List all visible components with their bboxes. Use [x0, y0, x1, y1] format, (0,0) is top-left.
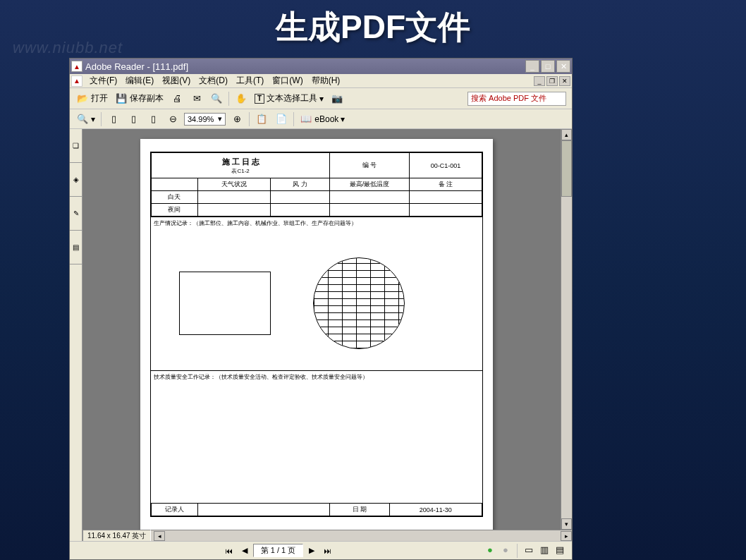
vertical-scrollbar[interactable]: ▴ ▾ — [561, 129, 572, 530]
minimize-button[interactable]: _ — [525, 60, 539, 73]
continuous-page-button[interactable]: ▥ — [538, 544, 551, 556]
titlebar: ▲ Adobe Reader - [111.pdf] _ □ ✕ — [70, 59, 572, 74]
page-indicator[interactable]: 第 1 / 1 页 — [253, 544, 304, 557]
menu-tools[interactable]: 工具(T) — [232, 73, 268, 88]
single-page-button[interactable]: ▭ — [522, 544, 535, 556]
forward-view-button[interactable]: ● — [499, 544, 512, 556]
section2-body — [151, 383, 482, 503]
scroll-down-button[interactable]: ▾ — [561, 518, 572, 530]
pdf-page: 施 工 日 志 表C1-2 编 号 00-C1-001 天气状况 风 力 最高/… — [140, 139, 493, 541]
hand-icon: ✋ — [235, 92, 247, 105]
bookmarks-tab[interactable]: ❏ — [70, 129, 82, 163]
menu-help[interactable]: 帮助(H) — [307, 73, 345, 88]
text-select-label: 文本选择工具 — [267, 92, 317, 104]
paste-button[interactable]: 📄 — [271, 111, 291, 128]
page-icon: ▯ — [107, 113, 120, 126]
email-button[interactable]: ✉ — [187, 90, 207, 107]
fit-page-button[interactable]: ▯ — [104, 111, 123, 128]
zoom-level-input[interactable]: 34.99% ▾ — [184, 113, 226, 126]
dropdown-icon: ▾ — [319, 94, 324, 104]
zoom-out-button[interactable]: ⊖ — [163, 111, 183, 128]
scroll-up-button[interactable]: ▴ — [561, 129, 572, 140]
pages-tab[interactable]: ▤ — [70, 231, 82, 264]
col-note: 备 注 — [409, 178, 482, 191]
open-button[interactable]: 📂 打开 — [73, 90, 111, 107]
mail-icon: ✉ — [190, 92, 203, 105]
prev-page-button[interactable]: ◀ — [238, 544, 252, 557]
search-input[interactable]: 搜索 Adobe PDF 文件 — [467, 92, 566, 106]
save-icon: 💾 — [115, 92, 128, 105]
navigation-pane: ❏ ◈ ✎ ▤ — [70, 129, 82, 541]
main-toolbar: 📂 打开 💾 保存副本 🖨 ✉ 🔍 ✋ T 文本选择工具 ▾ 📷 搜索 Adob… — [70, 88, 572, 109]
menu-edit[interactable]: 编辑(E) — [121, 73, 158, 88]
copy-button[interactable]: 📋 — [252, 111, 271, 128]
doc-table-number: 表C1-2 — [154, 167, 326, 175]
zoom-in-button[interactable]: ⊕ — [227, 111, 247, 128]
recorder-label: 记录人 — [152, 504, 198, 516]
date-label: 日 期 — [330, 504, 389, 516]
camera-icon: 📷 — [331, 92, 343, 105]
save-copy-button[interactable]: 💾 保存副本 — [111, 90, 167, 107]
ebook-label: eBook — [314, 114, 338, 124]
col-wind: 风 力 — [270, 178, 329, 191]
menu-file[interactable]: 文件(F) — [85, 73, 121, 88]
menu-view[interactable]: 视图(V) — [158, 73, 195, 88]
toolbar-separator — [101, 112, 102, 126]
zoom-tool-button[interactable]: 🔍▾ — [73, 111, 99, 128]
signatures-tab[interactable]: ✎ — [70, 197, 82, 231]
page-width-icon: ▯ — [127, 113, 140, 126]
maximize-button[interactable]: □ — [541, 60, 555, 73]
menu-window[interactable]: 窗口(W) — [268, 73, 307, 88]
horizontal-scrollbar[interactable]: 11.64 x 16.47 英寸 ◂ ▸ — [82, 530, 572, 541]
window-title: Adobe Reader - [111.pdf] — [85, 61, 525, 72]
fit-width-button[interactable]: ▯ — [123, 111, 143, 128]
toolbar-separator — [517, 544, 518, 558]
toolbar-separator — [228, 92, 229, 106]
paste-icon: 📄 — [275, 113, 288, 126]
last-page-button[interactable]: ⏭ — [320, 544, 334, 557]
actual-size-button[interactable]: ▯ — [143, 111, 163, 128]
ebook-button[interactable]: 📖 eBook ▾ — [296, 111, 348, 128]
back-view-button[interactable]: ● — [484, 544, 496, 556]
dropdown-icon: ▾ — [91, 114, 95, 124]
app-icon: ▲ — [71, 61, 82, 72]
minus-icon: ⊖ — [166, 113, 179, 126]
next-page-button[interactable]: ▶ — [305, 544, 319, 557]
dropdown-icon: ▾ — [341, 114, 345, 124]
rectangle-shape — [179, 272, 271, 335]
layers-tab[interactable]: ◈ — [70, 163, 82, 197]
mdi-restore-button[interactable]: ❐ — [546, 76, 558, 86]
menu-document[interactable]: 文档(D) — [195, 73, 232, 88]
page-actual-icon: ▯ — [147, 113, 159, 126]
close-button[interactable]: ✕ — [556, 60, 570, 73]
print-icon: 🖨 — [171, 92, 183, 105]
facing-pages-button[interactable]: ▤ — [554, 544, 566, 556]
statusbar: ⏮ ◀ 第 1 / 1 页 ▶ ⏭ ● ● ▭ ▥ ▤ — [70, 541, 572, 559]
scroll-thumb[interactable] — [561, 140, 572, 197]
menubar: ▲ 文件(F) 编辑(E) 视图(V) 文档(D) 工具(T) 窗口(W) 帮助… — [70, 74, 572, 88]
document-viewport[interactable]: 施 工 日 志 表C1-2 编 号 00-C1-001 天气状况 风 力 最高/… — [82, 129, 572, 541]
brick-pattern — [314, 258, 404, 348]
copy-icon: 📋 — [255, 113, 268, 126]
hand-tool-button[interactable]: ✋ — [231, 90, 251, 107]
doc-number: 00-C1-001 — [409, 153, 482, 178]
mdi-doc-icon: ▲ — [71, 75, 82, 87]
search-doc-button[interactable]: 🔍 — [207, 90, 226, 107]
scroll-right-button[interactable]: ▸ — [561, 531, 572, 541]
folder-open-icon: 📂 — [76, 92, 89, 105]
watermark-text: www.niubb.net — [13, 39, 123, 57]
print-button[interactable]: 🖨 — [167, 90, 187, 107]
save-copy-label: 保存副本 — [130, 92, 164, 104]
mdi-minimize-button[interactable]: _ — [534, 76, 545, 86]
mdi-close-button[interactable]: ✕ — [559, 76, 570, 86]
adobe-reader-window: ▲ Adobe Reader - [111.pdf] _ □ ✕ ▲ 文件(F)… — [69, 58, 573, 560]
row-day: 白天 — [152, 191, 198, 204]
text-select-button[interactable]: T 文本选择工具 ▾ — [251, 90, 327, 107]
scroll-left-button[interactable]: ◂ — [154, 531, 165, 541]
text-select-icon: T — [255, 94, 264, 104]
plus-icon: ⊕ — [231, 113, 243, 126]
content-area: ❏ ◈ ✎ ▤ 施 工 日 志 表C1-2 编 号 00-C1-001 — [70, 129, 572, 541]
snapshot-button[interactable]: 📷 — [327, 90, 347, 107]
open-label: 打开 — [91, 92, 108, 104]
first-page-button[interactable]: ⏮ — [222, 544, 236, 557]
